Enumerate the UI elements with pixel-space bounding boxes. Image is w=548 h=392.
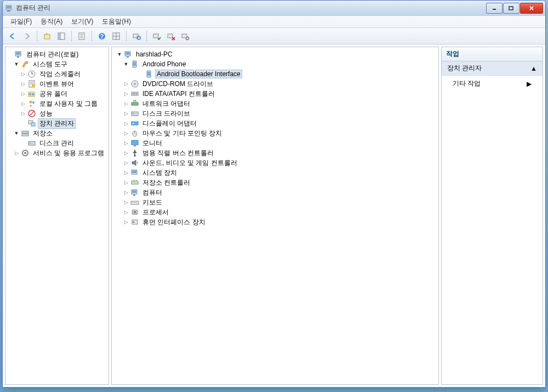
tree-label: 키보드 xyxy=(141,197,164,208)
expander-icon[interactable]: ▷ xyxy=(123,110,129,117)
svg-rect-69 xyxy=(133,123,134,124)
device-node-android-bootloader[interactable]: Android Bootloader Interface xyxy=(113,69,437,79)
tree-label: 로컬 사용자 및 그룹 xyxy=(38,99,99,109)
expander-icon[interactable]: ▷ xyxy=(13,150,20,156)
device-node-computers[interactable]: ▷ 컴퓨터 xyxy=(113,188,437,197)
device-node-dvd[interactable]: ▷ DVD/CD-ROM 드라이브 xyxy=(113,79,437,89)
hid-icon xyxy=(130,218,139,226)
expander-icon[interactable]: ▼ xyxy=(123,61,129,67)
tree-label: 디스크 관리 xyxy=(38,138,76,149)
device-node-android-phone[interactable]: ▼ Android Phone xyxy=(113,59,437,69)
expander-icon[interactable]: ▷ xyxy=(123,219,129,225)
services-icon xyxy=(21,149,30,157)
device-node-disk-drives[interactable]: ▷ 디스크 드라이브 xyxy=(113,109,437,118)
toolbar-separator xyxy=(37,31,37,42)
actions-section-header[interactable]: 장치 관리자 ▲ xyxy=(442,61,543,76)
svg-rect-86 xyxy=(136,202,137,203)
expander-icon[interactable]: ▷ xyxy=(123,150,129,156)
expander-icon[interactable]: ▷ xyxy=(123,120,129,127)
cpu-icon xyxy=(130,208,139,217)
device-node-usb[interactable]: ▷ 범용 직렬 버스 컨트롤러 xyxy=(113,148,437,158)
actions-section-label: 장치 관리자 xyxy=(447,64,482,73)
menu-view[interactable]: 보기(V) xyxy=(67,16,98,27)
expander-icon[interactable]: ▷ xyxy=(20,110,26,117)
expander-icon[interactable]: ▷ xyxy=(123,209,129,215)
tree-node-task-scheduler[interactable]: ▷ 작업 스케줄러 xyxy=(7,69,107,79)
svg-rect-22 xyxy=(168,34,173,38)
mouse-icon xyxy=(130,129,139,138)
device-node-storage-controllers[interactable]: ▷ 저장소 컨트롤러 xyxy=(113,178,437,188)
expander-icon[interactable]: ▷ xyxy=(123,90,129,97)
up-button[interactable] xyxy=(41,30,54,43)
expander-icon[interactable]: ▷ xyxy=(20,90,26,97)
properties-button[interactable] xyxy=(75,30,88,43)
device-node-monitors[interactable]: ▷ 모니터 xyxy=(113,138,437,148)
expander-icon[interactable]: ▷ xyxy=(123,100,129,107)
tree-node-services-apps[interactable]: ▷ 서비스 및 응용 프로그램 xyxy=(7,148,107,158)
expander-icon[interactable]: ▷ xyxy=(123,160,129,166)
menu-file[interactable]: 파일(F) xyxy=(6,16,36,27)
svg-rect-1 xyxy=(7,10,10,12)
expander-icon[interactable]: ▷ xyxy=(123,199,129,206)
back-button[interactable] xyxy=(6,30,19,43)
actions-title: 작업 xyxy=(442,47,543,61)
expander-icon[interactable]: ▷ xyxy=(123,81,129,87)
device-node-ide[interactable]: ▷ IDE ATA/ATAPI 컨트롤러 xyxy=(113,89,437,99)
action-more[interactable]: 기타 작업 ▶ xyxy=(442,76,543,92)
expander-icon[interactable]: ▷ xyxy=(123,130,129,137)
svg-rect-77 xyxy=(132,181,138,184)
controller-icon xyxy=(130,89,139,98)
tree-node-disk-management[interactable]: 디스크 관리 xyxy=(7,138,107,148)
svg-rect-53 xyxy=(127,56,129,58)
left-tree-pane: 컴퓨터 관리(로컬) ▼ 시스템 도구 ▷ 작업 스케줄러 xyxy=(5,47,109,385)
tree-node-local-users[interactable]: ▷ 로컬 사용자 및 그룹 xyxy=(7,99,107,109)
device-node-processors[interactable]: ▷ 프로세서 xyxy=(113,207,437,217)
expander-icon[interactable]: ▼ xyxy=(13,130,20,137)
show-hide-tree-button[interactable] xyxy=(55,30,68,43)
device-node-network[interactable]: ▷ 네트워크 어댑터 xyxy=(113,99,437,109)
view-mode-button[interactable] xyxy=(110,30,123,43)
tree-node-event-viewer[interactable]: ▷ 이벤트 뷰어 xyxy=(7,79,107,89)
device-node-root[interactable]: ▼ harshlad-PC xyxy=(113,49,437,59)
menu-help[interactable]: 도움말(H) xyxy=(98,16,135,27)
disable-device-button[interactable] xyxy=(164,30,178,43)
expander-icon[interactable]: ▷ xyxy=(123,140,129,146)
device-node-sound[interactable]: ▷ 사운드, 비디오 및 게임 컨트롤러 xyxy=(113,158,437,168)
device-node-mice[interactable]: ▷ 마우스 및 기타 포인팅 장치 xyxy=(113,128,437,138)
tree-node-computer-management[interactable]: 컴퓨터 관리(로컬) xyxy=(7,49,107,59)
toolbar-separator xyxy=(146,31,147,42)
scan-hardware-button[interactable] xyxy=(130,30,143,43)
svg-text:?: ? xyxy=(100,33,104,39)
expander-icon[interactable]: ▷ xyxy=(123,179,129,186)
tree-node-storage[interactable]: ▼ 저장소 xyxy=(7,128,107,138)
device-node-system[interactable]: ▷ 시스템 장치 xyxy=(113,168,437,178)
expander-icon[interactable]: ▼ xyxy=(13,61,20,67)
users-icon xyxy=(27,99,36,108)
expander-icon[interactable]: ▼ xyxy=(116,51,123,58)
enable-device-button[interactable] xyxy=(150,30,163,43)
svg-rect-26 xyxy=(16,52,20,55)
device-node-display[interactable]: ▷ 디스플레이 어댑터 xyxy=(113,118,437,128)
svg-point-48 xyxy=(30,143,31,144)
expander-icon[interactable]: ▷ xyxy=(20,100,26,107)
expander-icon[interactable]: ▷ xyxy=(123,169,129,176)
expander-icon[interactable]: ▷ xyxy=(20,71,26,77)
device-node-keyboards[interactable]: ▷ 키보드 xyxy=(113,197,437,207)
tree-label: Android Phone xyxy=(141,60,187,69)
tree-node-shared-folders[interactable]: ▷ 공유 폴더 xyxy=(7,89,107,99)
tree-node-performance[interactable]: ▷ 성능 xyxy=(7,109,107,118)
tree-node-system-tools[interactable]: ▼ 시스템 도구 xyxy=(7,59,107,69)
tree-node-device-manager[interactable]: 장치 관리자 xyxy=(7,118,107,128)
forward-button[interactable] xyxy=(20,30,33,43)
actions-pane: 작업 장치 관리자 ▲ 기타 작업 ▶ xyxy=(441,47,543,385)
close-button[interactable] xyxy=(520,3,543,14)
maximize-button[interactable] xyxy=(503,3,520,14)
minimize-button[interactable] xyxy=(486,3,503,14)
expander-icon[interactable]: ▷ xyxy=(20,81,26,87)
menu-action[interactable]: 동작(A) xyxy=(36,16,67,27)
expander-icon[interactable]: ▷ xyxy=(123,189,129,196)
help-button[interactable]: ? xyxy=(95,30,109,43)
uninstall-device-button[interactable] xyxy=(179,30,192,43)
device-node-hid[interactable]: ▷ 휴먼 인터페이스 장치 xyxy=(113,217,437,227)
svg-rect-63 xyxy=(136,93,137,94)
